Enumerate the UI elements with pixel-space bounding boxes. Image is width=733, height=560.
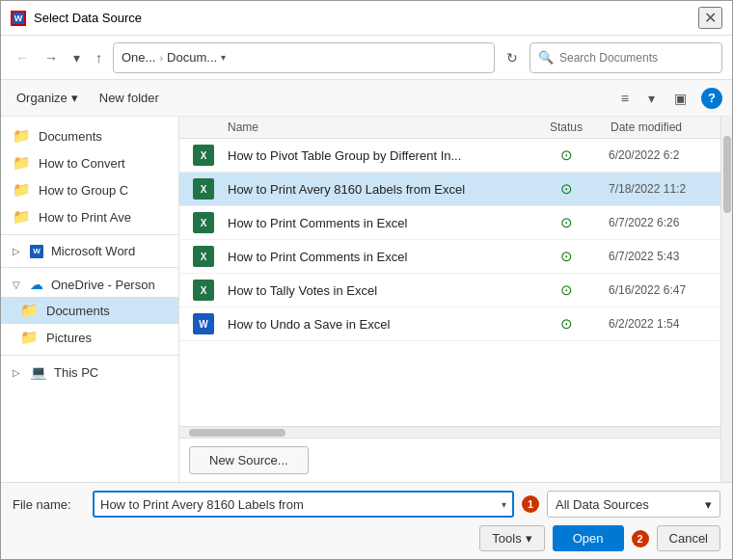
sidebar-item-label: Documents [39,129,102,144]
sidebar-item-label: This PC [54,365,98,380]
forward-button[interactable]: → [40,47,63,68]
sidebar-item-label: Documents [46,304,110,318]
v-scroll-thumb[interactable] [723,136,731,213]
header-status: Status [528,120,605,134]
folder-icon: 📁 [13,208,31,226]
vertical-scrollbar[interactable] [720,117,732,482]
file-icon-wrap: X [179,212,228,233]
header-name: Name [179,120,528,134]
sidebar: 📁 Documents 📁 How to Convert 📁 How to Gr… [1,117,179,482]
file-row[interactable]: X How to Print Avery 8160 Labels from Ex… [179,173,720,206]
header-date: Date modified [605,120,720,134]
sidebar-item-how-to-convert[interactable]: 📁 How to Convert [1,149,178,176]
datasource-dropdown-arrow: ▾ [705,497,712,512]
excel-icon: X [193,280,214,301]
close-button[interactable]: ✕ [698,7,722,29]
filename-dropdown-button[interactable]: ▾ [502,499,506,510]
file-date: 6/16/2022 6:47 [605,283,720,297]
breadcrumb-bar[interactable]: One... › Docum... ▾ [113,42,495,73]
tools-button[interactable]: Tools ▾ [479,525,544,551]
sidebar-item-this-pc[interactable]: ▷ 💻 This PC [1,360,178,385]
folder-icon: 📁 [20,302,39,319]
excel-icon: X [193,246,214,267]
dropdown-button[interactable]: ▾ [68,47,85,68]
file-status: ⊙ [528,147,605,164]
file-status: ⊙ [528,248,605,265]
filename-label: File name: [13,497,85,512]
breadcrumb-dropdown-btn[interactable]: ▾ [221,52,226,63]
horizontal-scrollbar[interactable] [179,426,720,438]
badge-1: 1 [522,495,539,513]
filename-input[interactable] [100,497,502,512]
file-row[interactable]: X How to Print Comments in Excel ⊙ 6/7/2… [179,240,720,274]
sidebar-item-label: How to Convert [39,156,125,171]
new-source-button[interactable]: New Source... [189,446,309,474]
sidebar-divider-2 [1,267,178,268]
file-row[interactable]: X How to Tally Votes in Excel ⊙ 6/16/202… [179,274,720,307]
tools-arrow: ▾ [526,531,532,546]
sidebar-item-documents-active[interactable]: 📁 Documents [1,297,178,324]
filename-row: File name: ▾ 1 All Data Sources ▾ [13,491,720,518]
status-icon: ⊙ [560,281,573,298]
organize-button[interactable]: Organize ▾ [11,88,84,108]
file-date: 6/20/2022 6:2 [605,148,720,162]
title-bar: W Select Data Source ✕ [1,1,732,36]
search-input[interactable] [559,51,694,65]
file-icon-wrap: X [179,246,228,267]
list-view-button[interactable]: ≡ [616,88,634,109]
cancel-button[interactable]: Cancel [657,525,720,551]
pane-icon: ▣ [674,91,687,106]
new-folder-button[interactable]: New folder [94,88,165,108]
status-icon: ⊙ [560,248,573,264]
sidebar-item-microsoft-word[interactable]: ▷ W Microsoft Word [1,239,178,263]
file-date: 6/7/2022 5:43 [605,250,720,263]
title-bar-left: W Select Data Source [11,11,142,26]
pane-button[interactable]: ▣ [669,88,692,109]
sidebar-item-label: OneDrive - Person [51,278,155,292]
file-status: ⊙ [528,214,605,231]
sidebar-item-pictures[interactable]: 📁 Pictures [1,324,178,351]
back-button[interactable]: ← [11,47,34,68]
expand-arrow-icon: ▷ [13,246,20,256]
bottom-bar: File name: ▾ 1 All Data Sources ▾ Tools … [1,482,732,559]
sidebar-item-onedrive[interactable]: ▽ ☁ OneDrive - Person [1,272,178,297]
folder-icon: 📁 [13,127,31,145]
file-icon-wrap: X [179,178,228,200]
new-folder-label: New folder [99,91,159,105]
up-button[interactable]: ↑ [91,47,107,68]
file-date: 6/7/2022 6:26 [605,216,720,229]
status-icon: ⊙ [560,180,573,197]
address-bar: ← → ▾ ↑ One... › Docum... ▾ ↻ 🔍 [1,36,732,80]
badge-2: 2 [632,530,649,547]
organize-label: Organize [16,91,68,105]
h-scroll-thumb[interactable] [189,429,285,437]
datasource-select[interactable]: All Data Sources ▾ [547,491,720,518]
help-button[interactable]: ? [701,88,722,109]
open-button[interactable]: Open [553,525,624,551]
file-list-header: Name Status Date modified [179,117,720,139]
file-name: How to Print Comments in Excel [228,250,528,264]
sidebar-divider-3 [1,355,178,356]
file-row[interactable]: X How to Print Comments in Excel ⊙ 6/7/2… [179,206,720,240]
file-name: How to Pivot Table Group by Different In… [228,148,528,163]
sidebar-divider-1 [1,234,178,235]
sidebar-item-label: How to Group C [39,183,128,198]
sidebar-item-how-to-print-ave[interactable]: 📁 How to Print Ave [1,203,178,230]
sidebar-item-how-to-group[interactable]: 📁 How to Group C [1,176,178,203]
sidebar-item-label: Pictures [46,331,92,345]
excel-icon: X [193,178,214,200]
excel-icon: X [193,145,214,166]
file-row[interactable]: X How to Pivot Table Group by Different … [179,139,720,173]
cloud-icon: ☁ [30,277,43,292]
refresh-button[interactable]: ↻ [501,47,524,68]
sidebar-item-label: Microsoft Word [51,244,135,258]
status-icon: ⊙ [560,147,573,163]
folder-icon: 📁 [20,329,39,346]
view-dropdown-button[interactable]: ▾ [643,88,660,109]
file-status: ⊙ [528,180,605,198]
file-row[interactable]: W How to Undo a Save in Excel ⊙ 6/2/2022… [179,307,720,341]
tools-label: Tools [492,531,521,546]
status-icon: ⊙ [560,214,573,230]
file-name: How to Print Comments in Excel [228,216,528,230]
sidebar-item-documents[interactable]: 📁 Documents [1,122,178,149]
